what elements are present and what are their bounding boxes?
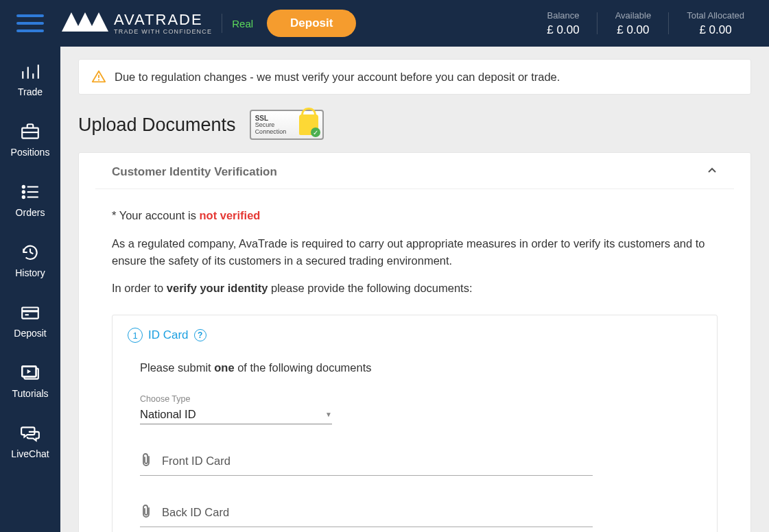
page-title: Upload Documents	[78, 114, 236, 136]
help-icon[interactable]: ?	[194, 329, 206, 341]
alert-text: Due to regulation changes - we must veri…	[115, 71, 560, 84]
chart-icon	[20, 62, 40, 81]
sidebar-item-tutorials[interactable]: Tutorials	[0, 351, 60, 411]
sidebar-item-label: LiveChat	[11, 448, 49, 459]
step-heading: 1 ID Card ?	[128, 328, 692, 343]
svg-line-16	[30, 252, 33, 254]
brand-name: AVATRADE	[114, 12, 212, 27]
video-icon	[20, 363, 40, 383]
sidebar: Trade Positions Orders History Deposit T…	[0, 0, 60, 532]
chevron-up-icon	[707, 165, 718, 179]
svg-point-25	[98, 79, 99, 80]
sidebar-item-trade[interactable]: Trade	[0, 49, 60, 110]
balance-label: Balance	[547, 10, 580, 21]
history-icon	[20, 243, 40, 262]
panel-body: * Your account is not verified As a regu…	[79, 189, 750, 532]
list-icon	[20, 182, 40, 202]
sidebar-item-label: Trade	[18, 86, 43, 97]
deposit-button[interactable]: Deposit	[267, 10, 356, 37]
svg-point-11	[23, 196, 25, 198]
submit-instruction: Please submit one of the following docum…	[140, 359, 692, 376]
logo-text: AVATRADE TRADE WITH CONFIDENCE	[114, 12, 212, 35]
logo-mark-icon	[60, 10, 108, 37]
step-number-badge: 1	[128, 328, 143, 343]
available-value: £ 0.00	[617, 23, 649, 37]
hamburger-icon	[16, 13, 44, 34]
sidebar-item-livechat[interactable]: LiveChat	[0, 411, 60, 472]
front-id-upload[interactable]: Front ID Card	[140, 448, 593, 476]
sidebar-item-orders[interactable]: Orders	[0, 170, 60, 230]
section-header: Upload Documents SSL Secure Connection ✓	[78, 110, 751, 140]
attachment-icon	[140, 453, 152, 470]
verification-alert: Due to regulation changes - we must veri…	[78, 59, 751, 95]
check-icon: ✓	[311, 128, 320, 137]
sidebar-item-history[interactable]: History	[0, 230, 60, 291]
available-block: Available £ 0.00	[598, 0, 670, 47]
status-value: not verified	[200, 209, 261, 221]
brand-logo[interactable]: AVATRADE TRADE WITH CONFIDENCE	[60, 10, 212, 37]
sidebar-item-label: Orders	[16, 207, 45, 218]
front-id-label: Front ID Card	[162, 455, 230, 468]
top-bar: AVATRADE TRADE WITH CONFIDENCE Real Depo…	[0, 0, 769, 47]
svg-rect-17	[22, 308, 38, 319]
svg-point-10	[23, 191, 25, 193]
status-prefix: * Your account is	[112, 209, 200, 221]
allocated-label: Total Allocated	[687, 10, 744, 21]
caret-down-icon: ▼	[325, 411, 332, 418]
account-status-line: * Your account is not verified	[112, 207, 718, 224]
step-title: ID Card	[148, 328, 189, 342]
sidebar-item-deposit[interactable]: Deposit	[0, 291, 60, 351]
svg-point-9	[23, 186, 25, 188]
brand-tagline: TRADE WITH CONFIDENCE	[114, 29, 212, 35]
chat-icon	[20, 424, 40, 443]
allocated-block: Total Allocated £ 0.00	[669, 0, 762, 47]
sidebar-item-positions[interactable]: Positions	[0, 110, 60, 170]
ssl-line2: Secure	[255, 121, 275, 128]
verification-panel: Customer Identity Verification * Your ac…	[78, 152, 751, 532]
card-icon	[20, 303, 40, 322]
warning-icon	[91, 69, 106, 84]
regulation-paragraph: As a regulated company, AvaTrade is requ…	[112, 235, 718, 269]
sidebar-item-label: Deposit	[14, 328, 46, 339]
balances-group: Balance £ 0.00 Available £ 0.00 Total Al…	[529, 0, 769, 47]
doc-type-label: Choose Type	[140, 394, 332, 404]
attachment-icon	[140, 505, 152, 521]
provide-paragraph: In order to verify your identity please …	[112, 280, 718, 297]
sidebar-item-label: Positions	[11, 147, 50, 158]
menu-button[interactable]	[0, 13, 60, 34]
divider	[222, 14, 222, 33]
available-label: Available	[615, 10, 652, 21]
panel-title: Customer Identity Verification	[112, 165, 277, 179]
back-id-upload[interactable]: Back ID Card	[140, 499, 593, 527]
allocated-value: £ 0.00	[699, 23, 731, 37]
balance-block: Balance £ 0.00	[529, 0, 597, 47]
doc-type-select[interactable]: Choose Type National ID ▼	[140, 394, 332, 424]
sidebar-item-label: History	[15, 267, 45, 278]
doc-type-value: National ID	[140, 408, 196, 421]
ssl-line3: Connection	[255, 128, 287, 135]
ssl-badge: SSL Secure Connection ✓	[250, 110, 324, 140]
briefcase-icon	[20, 122, 40, 141]
balance-value: £ 0.00	[547, 23, 579, 37]
panel-header[interactable]: Customer Identity Verification	[95, 153, 734, 189]
sidebar-item-label: Tutorials	[12, 388, 48, 399]
main-content: Due to regulation changes - we must veri…	[60, 47, 769, 532]
id-card-section: 1 ID Card ? Please submit one of the fol…	[112, 315, 718, 532]
back-id-label: Back ID Card	[162, 506, 229, 519]
account-mode-label[interactable]: Real	[232, 18, 253, 29]
